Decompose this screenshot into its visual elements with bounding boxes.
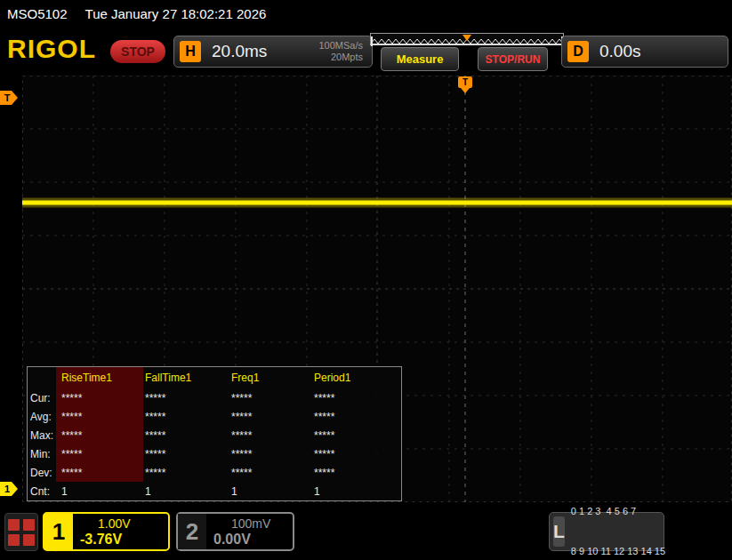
- measure-button[interactable]: Measure: [381, 47, 459, 71]
- measurement-table: RiseTime1 FallTime1 Freq1 Period1 Cur: *…: [27, 366, 402, 501]
- channel1-status-block[interactable]: 1 1.00V -3.76V: [43, 512, 170, 551]
- delay-block[interactable]: D 0.00s: [561, 36, 728, 68]
- acquisition-info: 100MSa/s 20Mpts: [318, 40, 366, 63]
- measure-col-freq: Freq1: [231, 372, 314, 384]
- memory-position-bar: [370, 33, 564, 45]
- memory-depth: 20Mpts: [331, 52, 363, 62]
- oscilloscope-screen: MSO5102 Tue January 27 18:02:21 2026 RIG…: [0, 0, 732, 560]
- channel2-status-block[interactable]: 2 100mV 0.00V: [176, 512, 294, 551]
- measure-row-dev: Dev: ***** ***** ***** *****: [28, 463, 401, 482]
- timebase-value: 20.0ms: [212, 42, 267, 61]
- model-name: MSO5102: [7, 6, 68, 21]
- digital-channels-row1: 0 1 2 3 4 5 6 7: [571, 505, 665, 518]
- channel-status-bar: 1 1.00V -3.76V 2 100mV 0.00V L: [0, 505, 732, 560]
- measure-row-avg: Avg: ***** ***** ***** *****: [28, 407, 401, 426]
- logic-analyzer-block[interactable]: L 0 1 2 3 4 5 6 7 8 9 10 11 12 13 14 15: [549, 512, 664, 551]
- measure-row-min: Min: ***** ***** ***** *****: [28, 444, 401, 463]
- datetime: Tue January 27 18:02:21 2026: [85, 6, 267, 21]
- channel2-scale: 100mV: [231, 516, 270, 531]
- measure-row-cnt: Cnt: 1 1 1 1: [28, 482, 401, 500]
- sample-rate: 100MSa/s: [318, 40, 363, 51]
- menu-grid-icon[interactable]: [4, 513, 38, 551]
- horizontal-timebase-block[interactable]: H 20.0ms 100MSa/s 20Mpts: [173, 36, 373, 68]
- rigol-logo: RIGOL: [7, 34, 96, 64]
- delay-value: 0.00s: [599, 42, 640, 61]
- measure-col-period: Period1: [314, 372, 401, 384]
- channel1-offset: -3.76V: [80, 532, 131, 548]
- measure-col-falltime: FallTime1: [145, 372, 231, 384]
- memory-trigger-pointer[interactable]: [463, 35, 471, 41]
- trigger-position-label: T: [458, 76, 472, 88]
- channel2-offset: 0.00V: [213, 532, 270, 548]
- measure-row-cur: Cur: ***** ***** ***** *****: [28, 388, 401, 407]
- logic-analyzer-label: L: [553, 516, 565, 547]
- channel1-number: 1: [44, 514, 73, 549]
- channel1-scale: 1.00V: [98, 516, 131, 531]
- run-state-badge: STOP: [110, 40, 165, 63]
- trigger-position-marker[interactable]: T: [458, 76, 472, 93]
- d-icon: D: [567, 41, 589, 62]
- measure-row-max: Max: ***** ***** ***** *****: [28, 426, 401, 444]
- status-bar: MSO5102 Tue January 27 18:02:21 2026: [0, 0, 732, 27]
- h-icon: H: [180, 41, 201, 62]
- measure-col-risetime: RiseTime1: [58, 372, 145, 384]
- trigger-level-marker[interactable]: T: [0, 91, 18, 105]
- stop-run-button[interactable]: STOP/RUN: [478, 47, 548, 71]
- digital-channels-row2: 8 9 10 11 12 13 14 15: [571, 545, 665, 558]
- channel1-offset-marker[interactable]: 1: [0, 482, 18, 496]
- trigger-position-arrow-icon: [461, 88, 470, 93]
- channel2-number: 2: [178, 514, 206, 549]
